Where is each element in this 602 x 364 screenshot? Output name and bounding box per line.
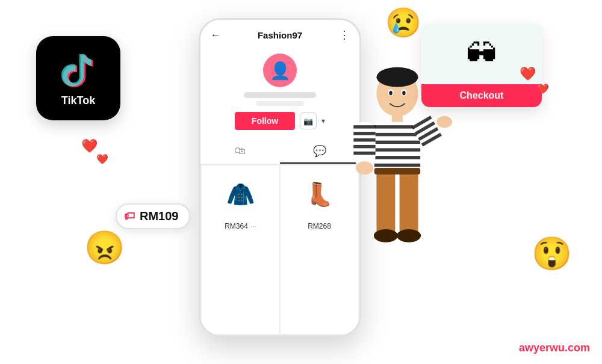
instagram-button[interactable]: 📷	[300, 113, 317, 129]
svg-rect-8	[374, 156, 420, 159]
svg-point-1	[376, 67, 418, 87]
svg-point-27	[397, 229, 421, 242]
heart-decoration-1: ❤️	[81, 138, 98, 154]
product-image-jacket: 🧥	[217, 170, 265, 218]
phone-header: ← Fashion97 ⋮	[200, 20, 359, 48]
svg-point-16	[356, 161, 373, 174]
svg-rect-25	[374, 168, 420, 174]
phone-screen: ← Fashion97 ⋮ 👤 Follow 📷 ▾	[200, 20, 359, 335]
tab-shop[interactable]: 🛍	[200, 140, 280, 164]
sunglasses-icon: 🕶	[466, 36, 497, 72]
shocked-emoji: 😲	[532, 235, 572, 273]
svg-rect-15	[353, 152, 375, 155]
svg-rect-7	[374, 148, 420, 151]
svg-rect-23	[376, 169, 395, 235]
svg-rect-14	[353, 145, 375, 148]
price-text-jacket: RM364	[225, 222, 248, 230]
svg-point-30	[389, 91, 392, 95]
profile-actions: Follow 📷 ▾	[235, 112, 325, 130]
shop-icon: 🛍	[235, 144, 246, 156]
tiktok-note-icon	[57, 50, 99, 92]
profile-section: 👤 Follow 📷 ▾	[200, 48, 359, 140]
checkout-card: 🕶 Checkout	[421, 24, 542, 107]
svg-point-26	[374, 229, 398, 242]
product-image-boots: 👢	[296, 170, 344, 218]
product-card-jacket[interactable]: 🧥 RM364 ···	[202, 165, 279, 334]
follow-button[interactable]: Follow	[235, 112, 295, 130]
avatar: 👤	[263, 54, 297, 87]
profile-username: Fashion97	[258, 30, 302, 40]
angry-emoji: 😠	[84, 229, 125, 267]
dropdown-arrow-icon[interactable]: ▾	[321, 117, 325, 125]
svg-point-31	[402, 91, 405, 95]
price-tag-icon: 🏷	[124, 210, 135, 223]
tiktok-logo: TikTok	[36, 36, 120, 120]
profile-name-placeholder	[244, 92, 316, 98]
instagram-icon: 📷	[303, 117, 313, 126]
price-text-boots: RM268	[308, 222, 331, 230]
chat-icon: 💬	[313, 145, 326, 157]
product-price-boots: RM268	[308, 222, 331, 230]
back-button[interactable]: ←	[210, 29, 221, 42]
more-button[interactable]: ⋮	[339, 28, 350, 42]
tiktok-label: TikTok	[61, 94, 95, 107]
svg-rect-24	[400, 169, 418, 235]
checkout-button[interactable]: Checkout	[421, 84, 542, 107]
scene: TikTok ❤️ ❤️ 😢 😠 😲 ❤️ ❤️ ← Fashion97 ⋮ 👤	[0, 0, 602, 364]
svg-rect-9	[374, 164, 420, 167]
svg-rect-5	[374, 133, 420, 136]
profile-sub-placeholder	[256, 101, 304, 106]
svg-rect-6	[374, 141, 420, 144]
product-price-jacket: RM364 ···	[225, 222, 256, 230]
svg-rect-13	[353, 138, 375, 141]
avatar-icon: 👤	[270, 61, 291, 81]
svg-rect-12	[353, 132, 375, 135]
product-grid: 🧥 RM364 ··· 👢 RM268	[200, 164, 359, 335]
svg-rect-11	[353, 125, 375, 128]
price-badge: 🏷 RM109	[116, 203, 190, 229]
sad-emoji: 😢	[385, 6, 421, 40]
svg-point-22	[436, 116, 452, 128]
product-more-dots: ···	[250, 222, 256, 230]
heart-checkout-2: ❤️	[537, 83, 549, 94]
heart-decoration-2: ❤️	[96, 153, 108, 165]
watermark: awyerwu.com	[519, 342, 590, 354]
heart-checkout-1: ❤️	[520, 66, 536, 82]
price-badge-value: RM109	[140, 209, 178, 223]
tab-bar: 🛍 💬	[200, 140, 359, 164]
